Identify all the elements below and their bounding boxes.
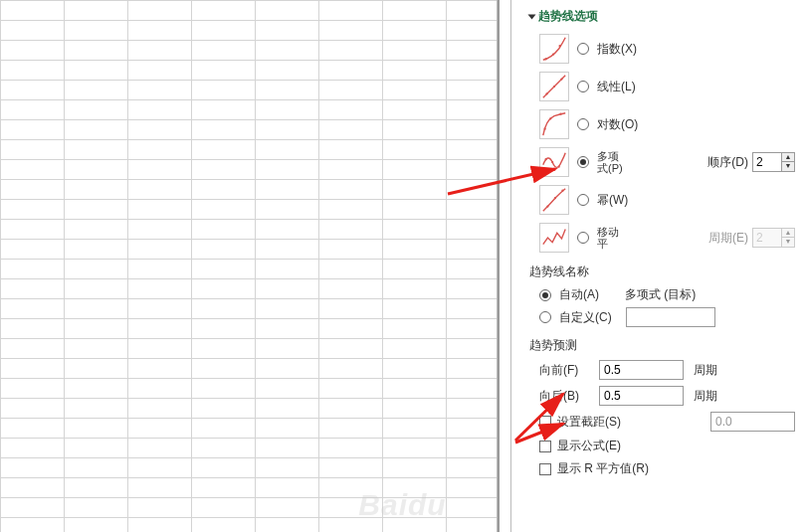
period-spinner: ▲▼ [752,228,795,248]
radio-power[interactable] [577,194,589,206]
svg-point-6 [560,78,562,80]
svg-point-4 [545,92,547,94]
order-down[interactable]: ▼ [782,162,794,171]
equation-row[interactable]: 显示公式(E) [529,438,795,454]
period-label: 周期(E) [708,230,748,247]
collapse-triangle-icon[interactable] [528,14,536,19]
section-title-text: 趋势线选项 [538,8,598,25]
rsquared-row[interactable]: 显示 R 平方值(R) [529,460,795,477]
svg-point-10 [544,158,546,160]
label-exponential: 指数(X) [597,41,637,58]
trendline-name-header: 趋势线名称 [529,264,795,280]
polynomial-icon [539,147,569,177]
order-label: 顺序(D) [707,154,748,171]
label-moving-average: 移动 平 [597,226,619,250]
order-input[interactable] [753,153,781,171]
order-up[interactable]: ▲ [782,153,794,162]
radio-name-custom[interactable] [539,311,551,323]
forward-unit: 周期 [694,362,717,379]
label-linear: 线性(L) [597,79,636,95]
checkbox-intercept[interactable] [539,416,551,428]
svg-point-14 [554,197,556,199]
checkbox-rsquared[interactable] [539,463,551,475]
auto-name-value: 多项式 (目标) [625,286,696,303]
option-exponential[interactable]: 指数(X) [539,33,795,65]
linear-icon [539,72,569,101]
option-moving-average[interactable]: 移动 平 周期(E) ▲▼ [539,222,795,254]
label-intercept: 设置截距(S) [557,414,621,431]
svg-point-15 [561,190,563,192]
spreadsheet-grid[interactable] [0,0,498,532]
custom-name-input[interactable] [626,307,715,327]
svg-point-9 [559,113,561,115]
svg-point-1 [552,53,554,55]
svg-point-5 [553,86,555,88]
order-spinner[interactable]: ▲▼ [752,152,795,172]
intercept-row[interactable]: 设置截距(S) [529,412,795,432]
option-logarithmic[interactable]: 对数(O) [539,108,795,140]
power-icon [539,185,569,215]
option-power[interactable]: 幂(W) [539,184,795,216]
label-rsquared: 显示 R 平方值(R) [557,460,649,477]
radio-name-auto[interactable] [539,289,551,301]
svg-point-13 [546,205,548,207]
option-polynomial[interactable]: 多项 式(P) 顺序(D) ▲▼ [539,146,795,178]
forward-label: 向前(F) [539,362,589,379]
moving-average-icon [539,223,569,253]
label-power: 幂(W) [597,192,628,209]
period-up: ▲ [782,229,794,238]
svg-point-8 [549,117,551,119]
label-polynomial: 多项 式(P) [597,150,623,174]
logarithmic-icon [539,109,569,139]
checkbox-equation[interactable] [539,441,551,452]
forecast-forward-row: 向前(F) 周期 [529,360,795,380]
radio-logarithmic[interactable] [577,118,589,130]
radio-exponential[interactable] [577,43,589,55]
svg-point-11 [551,161,553,163]
option-linear[interactable]: 线性(L) [539,71,795,102]
exponential-icon [539,34,569,64]
label-logarithmic: 对数(O) [597,116,638,133]
period-down: ▼ [782,238,794,247]
svg-point-7 [544,128,546,130]
name-auto-row[interactable]: 自动(A) 多项式 (目标) [529,286,795,303]
radio-linear[interactable] [577,81,589,92]
svg-point-2 [558,45,560,47]
label-equation: 显示公式(E) [557,438,621,454]
forecast-header: 趋势预测 [529,337,795,354]
label-name-custom: 自定义(C) [559,309,612,326]
trendline-options-header[interactable]: 趋势线选项 [529,8,795,25]
backward-input[interactable] [599,386,684,406]
radio-moving-average[interactable] [577,232,589,244]
format-trendline-panel: 趋势线选项 指数(X) 线性(L) [511,0,805,532]
period-input [753,229,781,247]
forward-input[interactable] [599,360,684,380]
svg-point-0 [544,58,546,60]
forecast-backward-row: 向后(B) 周期 [529,386,795,406]
name-custom-row[interactable]: 自定义(C) [529,307,795,327]
label-name-auto: 自动(A) [559,286,599,303]
backward-unit: 周期 [694,388,717,405]
backward-label: 向后(B) [539,388,589,405]
intercept-input [710,412,795,432]
radio-polynomial[interactable] [577,156,589,168]
svg-point-12 [558,166,560,168]
pane-gap [500,0,511,532]
